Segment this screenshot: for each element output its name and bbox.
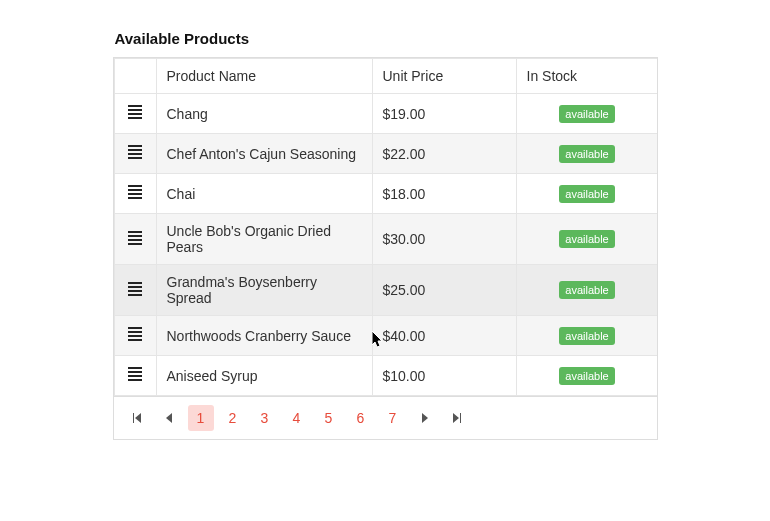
stock-badge: available xyxy=(559,281,614,299)
header-unit-price[interactable]: Unit Price xyxy=(372,59,516,94)
cell-unit-price: $40.00 xyxy=(372,316,516,356)
pager-first-icon[interactable] xyxy=(124,405,150,431)
cell-product-name: Chef Anton's Cajun Seasoning xyxy=(156,134,372,174)
pager-page[interactable]: 3 xyxy=(252,405,278,431)
pager-page[interactable]: 2 xyxy=(220,405,246,431)
cell-unit-price: $30.00 xyxy=(372,214,516,265)
table-row[interactable]: Northwoods Cranberry Sauce $40.00 availa… xyxy=(114,316,657,356)
cell-unit-price: $18.00 xyxy=(372,174,516,214)
products-grid: Product Name Unit Price In Stock Chang $… xyxy=(113,57,658,440)
stock-badge: available xyxy=(559,185,614,203)
table-row[interactable]: Uncle Bob's Organic Dried Pears $30.00 a… xyxy=(114,214,657,265)
pager-page[interactable]: 5 xyxy=(316,405,342,431)
stock-badge: available xyxy=(559,145,614,163)
pager-page[interactable]: 4 xyxy=(284,405,310,431)
header-product-name[interactable]: Product Name xyxy=(156,59,372,94)
stock-badge: available xyxy=(559,105,614,123)
pager-page[interactable]: 6 xyxy=(348,405,374,431)
cell-unit-price: $10.00 xyxy=(372,356,516,396)
table-row[interactable]: Grandma's Boysenberry Spread $25.00 avai… xyxy=(114,265,657,316)
drag-handle-icon[interactable] xyxy=(128,280,142,298)
header-in-stock[interactable]: In Stock xyxy=(516,59,657,94)
pager-last-icon[interactable] xyxy=(444,405,470,431)
drag-handle-icon[interactable] xyxy=(128,325,142,343)
cell-product-name: Northwoods Cranberry Sauce xyxy=(156,316,372,356)
cell-product-name: Grandma's Boysenberry Spread xyxy=(156,265,372,316)
header-row: Product Name Unit Price In Stock xyxy=(114,59,657,94)
table-row[interactable]: Chang $19.00 available xyxy=(114,94,657,134)
drag-handle-icon[interactable] xyxy=(128,365,142,383)
pager-next-icon[interactable] xyxy=(412,405,438,431)
drag-handle-icon[interactable] xyxy=(128,229,142,247)
pager: 1 2 3 4 5 6 7 xyxy=(114,396,657,439)
drag-handle-icon[interactable] xyxy=(128,143,142,161)
cell-unit-price: $22.00 xyxy=(372,134,516,174)
cell-unit-price: $25.00 xyxy=(372,265,516,316)
pager-prev-icon[interactable] xyxy=(156,405,182,431)
drag-handle-icon[interactable] xyxy=(128,183,142,201)
cell-product-name: Chai xyxy=(156,174,372,214)
stock-badge: available xyxy=(559,230,614,248)
stock-badge: available xyxy=(559,327,614,345)
table-row[interactable]: Chai $18.00 available xyxy=(114,174,657,214)
cell-product-name: Uncle Bob's Organic Dried Pears xyxy=(156,214,372,265)
pager-page[interactable]: 7 xyxy=(380,405,406,431)
cell-product-name: Aniseed Syrup xyxy=(156,356,372,396)
pager-page[interactable]: 1 xyxy=(188,405,214,431)
table-row[interactable]: Aniseed Syrup $10.00 available xyxy=(114,356,657,396)
drag-handle-icon[interactable] xyxy=(128,103,142,121)
cell-unit-price: $19.00 xyxy=(372,94,516,134)
table-row[interactable]: Chef Anton's Cajun Seasoning $22.00 avai… xyxy=(114,134,657,174)
header-drag xyxy=(114,59,156,94)
page-title: Available Products xyxy=(115,30,658,47)
stock-badge: available xyxy=(559,367,614,385)
cell-product-name: Chang xyxy=(156,94,372,134)
